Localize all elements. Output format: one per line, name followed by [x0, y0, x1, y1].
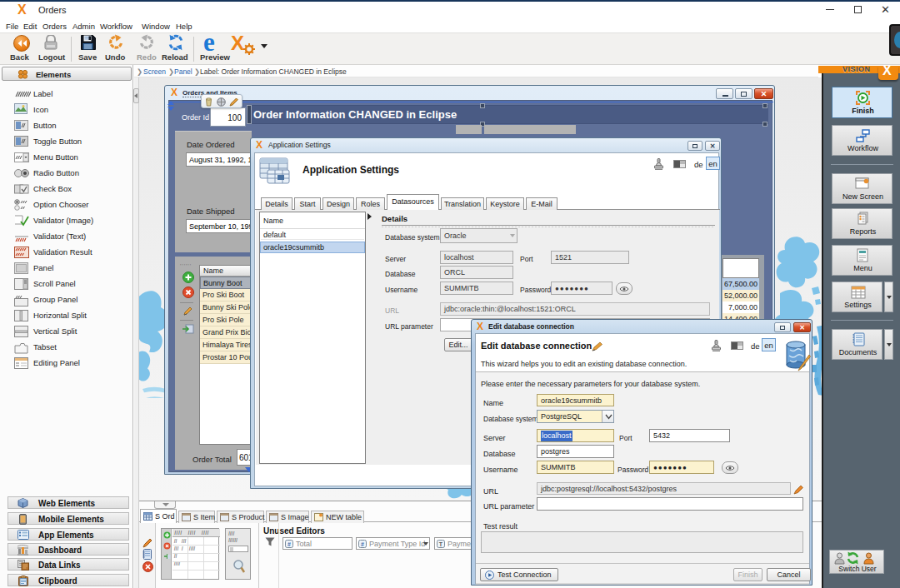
- svg-text:#: #: [361, 541, 364, 547]
- svg-text:#: #: [288, 541, 291, 547]
- svg-text:T: T: [439, 541, 443, 547]
